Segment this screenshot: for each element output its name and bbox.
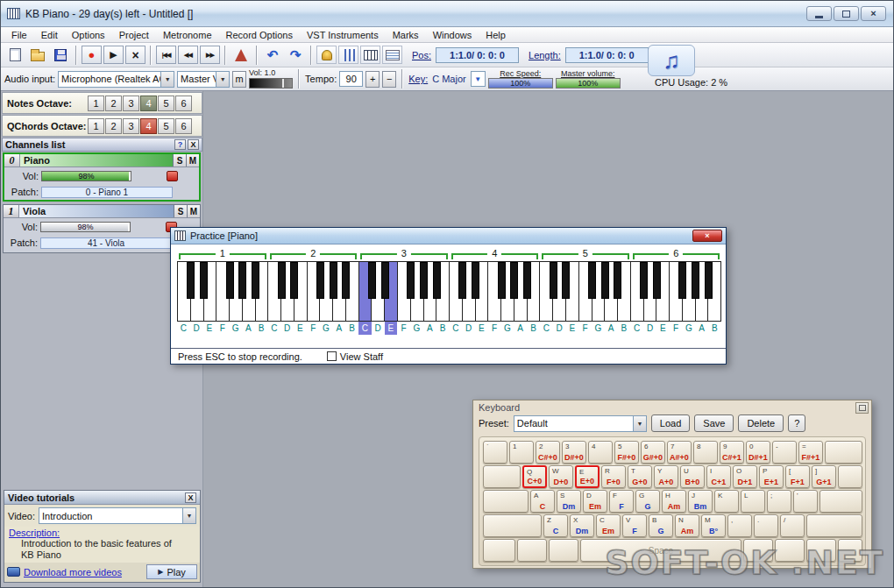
- open-file-button[interactable]: [27, 46, 48, 65]
- kb-key-E[interactable]: EE+0: [575, 465, 600, 488]
- kb-key-F[interactable]: FF: [609, 490, 634, 513]
- kb-key-blank[interactable]: [483, 539, 515, 562]
- kb-key-7[interactable]: 7A#+0: [667, 441, 692, 464]
- dropdown-arrow-icon[interactable]: ▼: [633, 416, 646, 431]
- kb-key--[interactable]: -: [772, 441, 797, 464]
- kb-key-8[interactable]: 8: [693, 441, 718, 464]
- close-button[interactable]: ×: [861, 6, 886, 21]
- piano-black-key[interactable]: [550, 262, 557, 299]
- kb-key-T[interactable]: TG+0: [628, 465, 652, 488]
- tempo-increase-button[interactable]: +: [365, 71, 380, 88]
- solo-button[interactable]: S: [174, 205, 187, 217]
- kb-key-P[interactable]: PE+1: [759, 465, 784, 488]
- metronome-button[interactable]: [231, 46, 252, 65]
- mute-button[interactable]: m: [232, 71, 246, 88]
- kb-key-U[interactable]: UB+0: [680, 465, 705, 488]
- kb-key-9[interactable]: 9C#+1: [720, 441, 744, 464]
- octave-button-6[interactable]: 6: [175, 118, 192, 134]
- video-play-button[interactable]: ▶ Play: [146, 564, 197, 579]
- octave-button-5[interactable]: 5: [158, 96, 174, 111]
- menu-help[interactable]: Help: [479, 28, 513, 42]
- video-panel-close-button[interactable]: X: [185, 492, 196, 503]
- menu-options[interactable]: Options: [65, 28, 112, 42]
- kb-key-blank[interactable]: [483, 514, 542, 537]
- kb-key-5[interactable]: 5F#+0: [614, 441, 639, 464]
- octave-button-4[interactable]: 4: [140, 96, 157, 111]
- kb-key-][interactable]: ]G+1: [812, 465, 836, 488]
- piano-black-key[interactable]: [498, 262, 506, 299]
- kb-key-blank[interactable]: [483, 465, 521, 488]
- master-volume-bar[interactable]: 100%: [556, 78, 621, 89]
- kb-key-/[interactable]: /: [780, 514, 805, 537]
- piano-black-key[interactable]: [342, 262, 350, 299]
- piano-black-key[interactable]: [200, 262, 208, 299]
- kb-key-I[interactable]: IC+1: [706, 465, 731, 488]
- patch-select[interactable]: 41 - Viola: [40, 237, 172, 249]
- channels-close-button[interactable]: X: [188, 139, 199, 150]
- save-preset-button[interactable]: Save: [694, 414, 734, 432]
- piano-black-key[interactable]: [226, 262, 234, 299]
- description-link[interactable]: Description:: [9, 528, 60, 538]
- key-select-button[interactable]: ▼: [471, 71, 486, 87]
- volume-slider[interactable]: [249, 78, 293, 89]
- stop-button[interactable]: ×: [125, 46, 145, 64]
- channel-name[interactable]: Viola: [19, 205, 174, 217]
- piano-black-key[interactable]: [252, 262, 259, 299]
- kb-key-=[interactable]: =F#+1: [798, 441, 823, 464]
- octave-button-1[interactable]: 1: [88, 96, 104, 111]
- menu-marks[interactable]: Marks: [386, 28, 426, 42]
- piano-black-key[interactable]: [187, 262, 195, 299]
- forward-button[interactable]: ▶▶: [200, 46, 220, 64]
- kb-key-O[interactable]: OD+1: [733, 465, 757, 488]
- menu-vst-instruments[interactable]: VST Instruments: [300, 28, 386, 42]
- kb-key-J[interactable]: JBm: [688, 490, 713, 513]
- kb-key-;[interactable]: ;: [767, 490, 791, 513]
- piano-black-key[interactable]: [330, 262, 337, 299]
- octave-button-5[interactable]: 5: [158, 118, 174, 134]
- piano-black-key[interactable]: [601, 262, 609, 299]
- channel-volume-bar[interactable]: 98%: [41, 171, 131, 181]
- kb-key-Y[interactable]: YA+0: [654, 465, 678, 488]
- tempo-input[interactable]: 90: [339, 71, 363, 87]
- kb-key-'[interactable]: ': [793, 490, 818, 513]
- dropdown-arrow-icon[interactable]: ▼: [216, 72, 229, 87]
- piano-black-key[interactable]: [523, 262, 531, 299]
- kb-key-`[interactable]: `: [483, 441, 507, 464]
- kb-key-Z[interactable]: ZC: [543, 514, 568, 537]
- kb-key-6[interactable]: 6G#+0: [641, 441, 665, 464]
- delete-button[interactable]: Delete: [738, 414, 784, 432]
- download-videos-link[interactable]: Download more videos: [24, 567, 122, 577]
- view-staff-checkbox[interactable]: [327, 351, 337, 361]
- kb-key-W[interactable]: WD+0: [549, 465, 573, 488]
- kb-key-1[interactable]: 1: [509, 441, 534, 464]
- kb-key-C[interactable]: CEm: [596, 514, 621, 537]
- kb-key-.[interactable]: .: [754, 514, 778, 537]
- load-button[interactable]: Load: [651, 414, 690, 432]
- kb-key-blank[interactable]: [825, 441, 862, 464]
- kb-key-blank[interactable]: [549, 539, 578, 562]
- minimize-button[interactable]: [806, 6, 832, 21]
- practice-close-button[interactable]: ×: [692, 230, 722, 242]
- tempo-decrease-button[interactable]: −: [382, 71, 396, 88]
- kb-key-blank[interactable]: [806, 514, 862, 537]
- patch-select[interactable]: 0 - Piano 1: [41, 187, 173, 198]
- kb-key-3[interactable]: 3D#+0: [562, 441, 586, 464]
- octave-button-3[interactable]: 3: [123, 118, 139, 134]
- staff-view-button[interactable]: [382, 46, 402, 64]
- channel-volume-bar[interactable]: 98%: [40, 222, 131, 232]
- record-button[interactable]: ●: [82, 46, 102, 64]
- title-bar[interactable]: KB Piano - 29 day(s) left - Untitled [] …: [1, 1, 893, 27]
- kb-key-R[interactable]: RF+0: [601, 465, 626, 488]
- piano-black-key[interactable]: [238, 262, 246, 299]
- kb-key-V[interactable]: VF: [622, 514, 647, 537]
- octave-button-3[interactable]: 3: [123, 96, 139, 111]
- kb-key-G[interactable]: GG: [635, 490, 660, 513]
- kb-key-,[interactable]: ,: [727, 514, 752, 537]
- video-select[interactable]: Introduction ▼: [39, 507, 196, 524]
- octave-button-2[interactable]: 2: [105, 96, 122, 111]
- kb-key-2[interactable]: 2C#+0: [536, 441, 560, 464]
- kb-key-K[interactable]: K: [714, 490, 739, 513]
- menu-edit[interactable]: Edit: [34, 28, 65, 42]
- dropdown-arrow-icon[interactable]: ▼: [182, 508, 195, 523]
- keyboard-help-button[interactable]: ?: [788, 414, 805, 432]
